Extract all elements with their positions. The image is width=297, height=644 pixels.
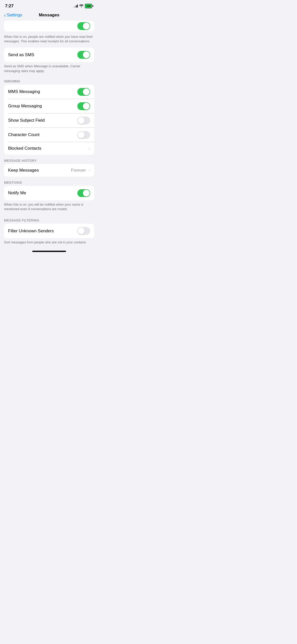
character-count-toggle[interactable] (77, 131, 90, 139)
message-history-card: Keep Messages Forever › (4, 164, 94, 177)
notify-me-row: Notify Me (4, 186, 94, 200)
send-as-sms-label: Send as SMS (8, 52, 34, 57)
send-as-sms-toggle[interactable] (77, 51, 90, 59)
character-count-label: Character Count (8, 132, 40, 137)
sms-mms-section: SMS/MMS MMS Messaging Group Messaging Sh… (0, 77, 98, 155)
blocked-contacts-row[interactable]: Blocked Contacts › (4, 142, 94, 155)
keep-messages-row[interactable]: Keep Messages Forever › (4, 164, 94, 177)
read-receipts-toggle[interactable] (77, 22, 90, 30)
notify-me-label: Notify Me (8, 190, 26, 196)
status-icons: 100 (73, 4, 93, 8)
signal-icon (73, 5, 78, 8)
character-count-row: Character Count (4, 128, 94, 142)
keep-messages-right: Forever › (71, 168, 90, 173)
message-history-header: MESSAGE HISTORY (0, 157, 98, 164)
mms-messaging-toggle[interactable] (77, 88, 90, 96)
group-messaging-label: Group Messaging (8, 104, 42, 109)
send-as-sms-row: Send as SMS (4, 48, 94, 62)
battery-level: 100 (85, 4, 92, 8)
group-messaging-row: Group Messaging (4, 99, 94, 113)
battery-icon: 100 (85, 4, 93, 8)
mms-messaging-row: MMS Messaging (4, 85, 94, 99)
keep-messages-chevron-icon: › (89, 168, 90, 173)
message-filtering-card: Filter Unknown Senders (4, 224, 94, 238)
mentions-header: MENTIONS (0, 179, 98, 186)
mentions-section: MENTIONS Notify Me When this is on, you … (0, 179, 98, 214)
show-subject-field-label: Show Subject Field (8, 118, 45, 123)
status-bar: 7:27 100 (0, 0, 98, 11)
message-history-section: MESSAGE HISTORY Keep Messages Forever › (0, 157, 98, 177)
wifi-icon (79, 4, 83, 8)
filter-unknown-senders-toggle[interactable] (77, 227, 90, 235)
notify-me-toggle[interactable] (77, 189, 90, 197)
send-as-sms-card: Send as SMS (4, 48, 94, 62)
message-filtering-section: MESSAGE FILTERING Filter Unknown Senders… (0, 216, 98, 248)
keep-messages-value: Forever (71, 168, 86, 173)
keep-messages-label: Keep Messages (8, 168, 39, 173)
read-receipts-description: When this is on, people are notified whe… (0, 33, 98, 48)
mentions-footer: When this is on, you will be notified wh… (0, 200, 98, 214)
page-title: Messages (39, 13, 59, 18)
back-label: Settings (7, 13, 22, 18)
status-time: 7:27 (5, 4, 14, 9)
filter-unknown-senders-row: Filter Unknown Senders (4, 224, 94, 238)
blocked-contacts-label: Blocked Contacts (8, 146, 41, 151)
sms-mms-header: SMS/MMS (0, 77, 98, 85)
send-as-sms-description: Send as SMS when iMessage is unavailable… (0, 62, 98, 77)
show-subject-field-row: Show Subject Field (4, 113, 94, 128)
message-filtering-header: MESSAGE FILTERING (0, 216, 98, 224)
group-messaging-toggle[interactable] (77, 102, 90, 110)
nav-bar: ‹ Settings Messages (0, 11, 98, 21)
top-partial-card (4, 21, 94, 31)
home-indicator (32, 251, 66, 252)
back-button[interactable]: ‹ Settings (4, 13, 22, 18)
mms-messaging-label: MMS Messaging (8, 89, 40, 94)
show-subject-field-toggle[interactable] (77, 117, 90, 124)
blocked-contacts-chevron-icon: › (89, 146, 90, 151)
sms-mms-card: MMS Messaging Group Messaging Show Subje… (4, 85, 94, 155)
filter-unknown-senders-label: Filter Unknown Senders (8, 229, 54, 234)
message-filtering-footer: Sort messages from people who are not in… (0, 238, 98, 248)
back-chevron-icon: ‹ (4, 13, 6, 18)
mentions-card: Notify Me (4, 186, 94, 200)
